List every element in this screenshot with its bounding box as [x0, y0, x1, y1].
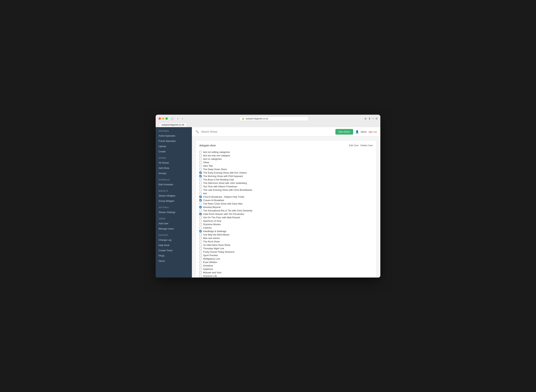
show-checkbox[interactable] — [199, 254, 202, 257]
sidebar-item-edit-schedule[interactable]: Edit Schedule — [156, 182, 192, 187]
sidebar-item-group-widgets[interactable]: Group Widgets — [156, 198, 192, 204]
show-label[interactable]: The Late Evening Show with Chris Brookba… — [203, 189, 252, 191]
show-label[interactable]: Drivetime — [203, 264, 213, 267]
show-checkbox[interactable] — [199, 244, 202, 246]
show-checkbox[interactable] — [199, 165, 202, 167]
show-label[interactable]: Get On The Floor with Matt Panesh — [203, 216, 240, 219]
show-label[interactable]: Drystone Movies — [203, 223, 221, 226]
show-checkbox[interactable] — [199, 185, 202, 188]
sidebar-item-manage-users[interactable]: Manage Users — [156, 226, 192, 231]
back-button[interactable]: ‹ — [177, 117, 179, 121]
sidebar-item-active-episodes[interactable]: Active Episodes — [156, 133, 192, 138]
show-label[interactable]: The Rock Show — [203, 240, 220, 243]
show-checkbox[interactable] — [199, 268, 202, 270]
show-label[interactable]: The Morning Show with Phill Hayward — [203, 175, 243, 177]
share-icon[interactable]: ⬆ — [368, 117, 371, 120]
show-label[interactable]: The Afternoon Show with John Soderberg — [203, 182, 247, 184]
show-checkbox[interactable] — [199, 216, 202, 219]
sidebar-item-future-episodes[interactable]: Future Episodes — [156, 138, 192, 144]
show-checkbox[interactable] — [199, 168, 202, 170]
show-label[interactable]: The Retro Chart Show with Dave Mac — [203, 202, 243, 205]
show-checkbox[interactable] — [199, 175, 202, 177]
active-tab[interactable]: autopod.hippynet.co.uk — [159, 122, 187, 127]
sidebar-item-groups[interactable]: Groups — [156, 171, 192, 176]
show-checkbox[interactable] — [199, 161, 202, 163]
show-checkbox[interactable] — [199, 275, 202, 277]
show-label[interactable]: New Title — [203, 164, 213, 167]
address-bar[interactable]: 🔒 autopod.hippynet.co.uk — [240, 117, 308, 121]
show-label[interactable]: Handbags & Gladrags — [203, 230, 226, 233]
sidebar-item-add-user[interactable]: Add User — [156, 221, 192, 226]
close-button[interactable] — [159, 117, 161, 120]
show-label[interactable]: Mulligatony Live — [203, 257, 220, 260]
show-label[interactable]: Max and James — [203, 237, 220, 239]
show-checkbox[interactable] — [199, 178, 202, 181]
show-checkbox[interactable] — [199, 265, 202, 267]
show-checkbox[interactable] — [199, 258, 202, 260]
show-label[interactable]: Nonstop Beyond — [203, 206, 221, 209]
sidebar-item-all-shows[interactable]: All Shows — [156, 160, 192, 165]
show-checkbox[interactable] — [199, 192, 202, 195]
show-label[interactable]: test no categories — [203, 158, 222, 160]
sidebar-item-stream-settings[interactable]: Stream Settings — [156, 210, 192, 215]
search-input[interactable] — [201, 130, 333, 133]
show-label[interactable]: test set only one category — [203, 154, 230, 157]
sign-out-link[interactable]: sign out — [368, 131, 377, 133]
show-checkbox[interactable] — [199, 158, 202, 160]
sidebar-item-add-show[interactable]: Add Show — [156, 165, 192, 171]
forward-button[interactable]: › — [181, 117, 183, 121]
show-label[interactable]: Any Way the Wind Blows — [203, 233, 229, 236]
sidebar-item-change-log[interactable]: Change Log — [156, 237, 192, 243]
show-label[interactable]: The Early Evening Show with Eric Vickers — [203, 171, 247, 174]
downloads-icon[interactable]: ⊕ — [364, 117, 367, 120]
show-label[interactable]: Clubmix — [203, 226, 212, 229]
show-label[interactable]: Drystone Life — [203, 275, 217, 277]
show-label[interactable]: Indie Rock Heaven with Tim Fernandez — [203, 213, 244, 215]
show-checkbox[interactable] — [199, 213, 202, 215]
sidebar-item-create[interactable]: Create — [156, 149, 192, 154]
show-checkbox[interactable] — [199, 220, 202, 222]
show-label[interactable]: An Alternative Rock Show — [203, 244, 230, 246]
show-checkbox[interactable] — [199, 199, 202, 201]
show-checkbox[interactable] — [199, 230, 202, 232]
sidebar-item-upload[interactable]: Upload — [156, 144, 192, 149]
show-checkbox[interactable] — [199, 227, 202, 229]
edit-user-link[interactable]: Edit User — [349, 144, 359, 147]
show-checkbox[interactable] — [199, 237, 202, 239]
show-checkbox[interactable] — [199, 196, 202, 198]
sidebar-item-stream-widgets[interactable]: Stream Widgets — [156, 193, 192, 198]
show-checkbox[interactable] — [199, 223, 202, 225]
sidebar-item-about[interactable]: About — [156, 258, 192, 264]
show-checkbox[interactable] — [199, 271, 202, 274]
sidebar-item-help-desk[interactable]: Help Desk — [156, 243, 192, 248]
show-label[interactable]: The Sensational 60s & 70s with Chris Den… — [203, 209, 252, 212]
show-label[interactable]: Church Broadcast - Skipton Holy Trinity — [203, 196, 244, 198]
tabs-icon[interactable]: ⧉ — [376, 117, 377, 120]
show-label[interactable]: Oliver — [203, 161, 209, 164]
show-label[interactable]: Daytimes — [203, 268, 213, 271]
show-checkbox[interactable] — [199, 206, 202, 208]
maximize-button[interactable] — [165, 117, 168, 120]
show-label[interactable]: The Deep Down Show — [203, 168, 227, 171]
show-checkbox[interactable] — [199, 233, 202, 236]
show-label[interactable]: test not setting categories — [203, 151, 230, 154]
show-label[interactable]: Thursday Night Live — [203, 247, 224, 250]
show-label[interactable]: Motown and Soul — [203, 271, 221, 274]
delete-user-link[interactable]: Delete User — [360, 144, 373, 147]
sidebar-item-create-ticket[interactable]: Create Ticket — [156, 248, 192, 253]
show-checkbox[interactable] — [199, 172, 202, 174]
show-label[interactable]: Evan Whitton — [203, 261, 217, 264]
show-checkbox[interactable] — [199, 251, 202, 253]
show-label[interactable]: The Boys in the Bowling Club — [203, 178, 234, 181]
show-label[interactable]: Tea Time with Gibson Freedman — [203, 185, 237, 188]
show-checkbox[interactable] — [199, 240, 202, 243]
new-tab-icon[interactable]: + — [372, 117, 374, 120]
show-checkbox[interactable] — [199, 247, 202, 250]
new-show-button[interactable]: New Show — [335, 129, 353, 135]
show-checkbox[interactable] — [199, 154, 202, 157]
sidebar-item-faqs[interactable]: FAQs — [156, 253, 192, 258]
show-label[interactable]: Craven At Breakfast — [203, 199, 224, 202]
show-checkbox[interactable] — [199, 261, 202, 263]
show-checkbox[interactable] — [199, 202, 202, 205]
show-label[interactable]: Funky House Friday Sessions — [203, 251, 235, 253]
